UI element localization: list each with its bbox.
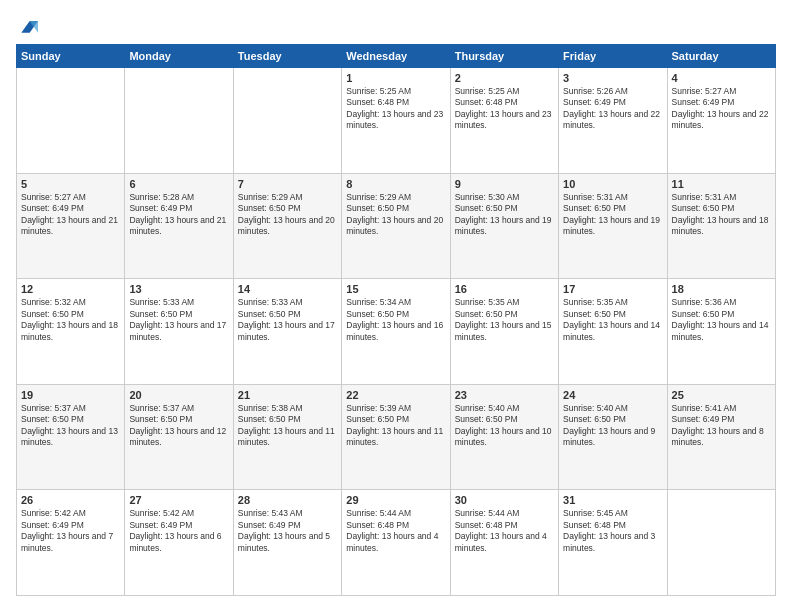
day-number: 4 bbox=[672, 72, 771, 84]
day-number: 16 bbox=[455, 283, 554, 295]
day-info: Sunrise: 5:26 AM Sunset: 6:49 PM Dayligh… bbox=[563, 86, 662, 132]
day-number: 29 bbox=[346, 494, 445, 506]
weekday-header-sunday: Sunday bbox=[17, 45, 125, 68]
calendar-cell: 16Sunrise: 5:35 AM Sunset: 6:50 PM Dayli… bbox=[450, 279, 558, 385]
calendar-cell: 3Sunrise: 5:26 AM Sunset: 6:49 PM Daylig… bbox=[559, 68, 667, 174]
calendar-cell: 26Sunrise: 5:42 AM Sunset: 6:49 PM Dayli… bbox=[17, 490, 125, 596]
calendar-cell: 25Sunrise: 5:41 AM Sunset: 6:49 PM Dayli… bbox=[667, 384, 775, 490]
calendar-table: SundayMondayTuesdayWednesdayThursdayFrid… bbox=[16, 44, 776, 596]
day-number: 30 bbox=[455, 494, 554, 506]
page: SundayMondayTuesdayWednesdayThursdayFrid… bbox=[0, 0, 792, 612]
calendar-cell: 20Sunrise: 5:37 AM Sunset: 6:50 PM Dayli… bbox=[125, 384, 233, 490]
day-info: Sunrise: 5:44 AM Sunset: 6:48 PM Dayligh… bbox=[346, 508, 445, 554]
logo-icon bbox=[18, 16, 38, 36]
calendar-cell: 5Sunrise: 5:27 AM Sunset: 6:49 PM Daylig… bbox=[17, 173, 125, 279]
weekday-header-saturday: Saturday bbox=[667, 45, 775, 68]
calendar-cell: 15Sunrise: 5:34 AM Sunset: 6:50 PM Dayli… bbox=[342, 279, 450, 385]
calendar-week-3: 19Sunrise: 5:37 AM Sunset: 6:50 PM Dayli… bbox=[17, 384, 776, 490]
calendar-cell: 11Sunrise: 5:31 AM Sunset: 6:50 PM Dayli… bbox=[667, 173, 775, 279]
day-number: 8 bbox=[346, 178, 445, 190]
calendar-cell: 12Sunrise: 5:32 AM Sunset: 6:50 PM Dayli… bbox=[17, 279, 125, 385]
calendar-week-1: 5Sunrise: 5:27 AM Sunset: 6:49 PM Daylig… bbox=[17, 173, 776, 279]
day-info: Sunrise: 5:27 AM Sunset: 6:49 PM Dayligh… bbox=[672, 86, 771, 132]
day-number: 14 bbox=[238, 283, 337, 295]
day-info: Sunrise: 5:30 AM Sunset: 6:50 PM Dayligh… bbox=[455, 192, 554, 238]
calendar-cell: 17Sunrise: 5:35 AM Sunset: 6:50 PM Dayli… bbox=[559, 279, 667, 385]
day-info: Sunrise: 5:33 AM Sunset: 6:50 PM Dayligh… bbox=[129, 297, 228, 343]
day-info: Sunrise: 5:37 AM Sunset: 6:50 PM Dayligh… bbox=[129, 403, 228, 449]
weekday-header-friday: Friday bbox=[559, 45, 667, 68]
day-info: Sunrise: 5:29 AM Sunset: 6:50 PM Dayligh… bbox=[238, 192, 337, 238]
weekday-header-row: SundayMondayTuesdayWednesdayThursdayFrid… bbox=[17, 45, 776, 68]
weekday-header-monday: Monday bbox=[125, 45, 233, 68]
day-info: Sunrise: 5:31 AM Sunset: 6:50 PM Dayligh… bbox=[563, 192, 662, 238]
calendar-cell: 31Sunrise: 5:45 AM Sunset: 6:48 PM Dayli… bbox=[559, 490, 667, 596]
calendar-cell: 8Sunrise: 5:29 AM Sunset: 6:50 PM Daylig… bbox=[342, 173, 450, 279]
day-info: Sunrise: 5:45 AM Sunset: 6:48 PM Dayligh… bbox=[563, 508, 662, 554]
calendar-cell: 21Sunrise: 5:38 AM Sunset: 6:50 PM Dayli… bbox=[233, 384, 341, 490]
day-number: 9 bbox=[455, 178, 554, 190]
calendar-cell: 6Sunrise: 5:28 AM Sunset: 6:49 PM Daylig… bbox=[125, 173, 233, 279]
calendar-cell: 19Sunrise: 5:37 AM Sunset: 6:50 PM Dayli… bbox=[17, 384, 125, 490]
calendar-cell: 28Sunrise: 5:43 AM Sunset: 6:49 PM Dayli… bbox=[233, 490, 341, 596]
calendar-cell: 14Sunrise: 5:33 AM Sunset: 6:50 PM Dayli… bbox=[233, 279, 341, 385]
calendar-cell: 1Sunrise: 5:25 AM Sunset: 6:48 PM Daylig… bbox=[342, 68, 450, 174]
calendar-week-0: 1Sunrise: 5:25 AM Sunset: 6:48 PM Daylig… bbox=[17, 68, 776, 174]
day-info: Sunrise: 5:44 AM Sunset: 6:48 PM Dayligh… bbox=[455, 508, 554, 554]
day-info: Sunrise: 5:42 AM Sunset: 6:49 PM Dayligh… bbox=[21, 508, 120, 554]
weekday-header-wednesday: Wednesday bbox=[342, 45, 450, 68]
day-number: 1 bbox=[346, 72, 445, 84]
calendar-cell: 18Sunrise: 5:36 AM Sunset: 6:50 PM Dayli… bbox=[667, 279, 775, 385]
day-number: 20 bbox=[129, 389, 228, 401]
day-info: Sunrise: 5:43 AM Sunset: 6:49 PM Dayligh… bbox=[238, 508, 337, 554]
day-info: Sunrise: 5:38 AM Sunset: 6:50 PM Dayligh… bbox=[238, 403, 337, 449]
day-info: Sunrise: 5:32 AM Sunset: 6:50 PM Dayligh… bbox=[21, 297, 120, 343]
day-number: 31 bbox=[563, 494, 662, 506]
calendar-cell: 22Sunrise: 5:39 AM Sunset: 6:50 PM Dayli… bbox=[342, 384, 450, 490]
day-number: 26 bbox=[21, 494, 120, 506]
day-number: 11 bbox=[672, 178, 771, 190]
day-info: Sunrise: 5:25 AM Sunset: 6:48 PM Dayligh… bbox=[346, 86, 445, 132]
weekday-header-tuesday: Tuesday bbox=[233, 45, 341, 68]
calendar-week-2: 12Sunrise: 5:32 AM Sunset: 6:50 PM Dayli… bbox=[17, 279, 776, 385]
day-number: 18 bbox=[672, 283, 771, 295]
calendar-cell bbox=[233, 68, 341, 174]
day-number: 21 bbox=[238, 389, 337, 401]
calendar-cell: 23Sunrise: 5:40 AM Sunset: 6:50 PM Dayli… bbox=[450, 384, 558, 490]
calendar-cell: 13Sunrise: 5:33 AM Sunset: 6:50 PM Dayli… bbox=[125, 279, 233, 385]
day-number: 19 bbox=[21, 389, 120, 401]
day-number: 5 bbox=[21, 178, 120, 190]
day-info: Sunrise: 5:41 AM Sunset: 6:49 PM Dayligh… bbox=[672, 403, 771, 449]
day-number: 6 bbox=[129, 178, 228, 190]
logo bbox=[16, 16, 38, 36]
day-info: Sunrise: 5:37 AM Sunset: 6:50 PM Dayligh… bbox=[21, 403, 120, 449]
day-number: 10 bbox=[563, 178, 662, 190]
calendar-cell bbox=[17, 68, 125, 174]
day-number: 27 bbox=[129, 494, 228, 506]
day-info: Sunrise: 5:31 AM Sunset: 6:50 PM Dayligh… bbox=[672, 192, 771, 238]
day-number: 12 bbox=[21, 283, 120, 295]
calendar-cell: 27Sunrise: 5:42 AM Sunset: 6:49 PM Dayli… bbox=[125, 490, 233, 596]
calendar-cell: 4Sunrise: 5:27 AM Sunset: 6:49 PM Daylig… bbox=[667, 68, 775, 174]
day-number: 2 bbox=[455, 72, 554, 84]
day-info: Sunrise: 5:36 AM Sunset: 6:50 PM Dayligh… bbox=[672, 297, 771, 343]
calendar-cell: 10Sunrise: 5:31 AM Sunset: 6:50 PM Dayli… bbox=[559, 173, 667, 279]
day-number: 22 bbox=[346, 389, 445, 401]
weekday-header-thursday: Thursday bbox=[450, 45, 558, 68]
calendar-week-4: 26Sunrise: 5:42 AM Sunset: 6:49 PM Dayli… bbox=[17, 490, 776, 596]
day-info: Sunrise: 5:34 AM Sunset: 6:50 PM Dayligh… bbox=[346, 297, 445, 343]
header bbox=[16, 16, 776, 36]
day-info: Sunrise: 5:33 AM Sunset: 6:50 PM Dayligh… bbox=[238, 297, 337, 343]
day-number: 24 bbox=[563, 389, 662, 401]
day-number: 23 bbox=[455, 389, 554, 401]
day-info: Sunrise: 5:40 AM Sunset: 6:50 PM Dayligh… bbox=[455, 403, 554, 449]
day-number: 13 bbox=[129, 283, 228, 295]
day-info: Sunrise: 5:35 AM Sunset: 6:50 PM Dayligh… bbox=[455, 297, 554, 343]
day-info: Sunrise: 5:42 AM Sunset: 6:49 PM Dayligh… bbox=[129, 508, 228, 554]
day-number: 17 bbox=[563, 283, 662, 295]
day-number: 25 bbox=[672, 389, 771, 401]
day-number: 15 bbox=[346, 283, 445, 295]
calendar-cell bbox=[667, 490, 775, 596]
calendar-cell: 29Sunrise: 5:44 AM Sunset: 6:48 PM Dayli… bbox=[342, 490, 450, 596]
day-info: Sunrise: 5:28 AM Sunset: 6:49 PM Dayligh… bbox=[129, 192, 228, 238]
